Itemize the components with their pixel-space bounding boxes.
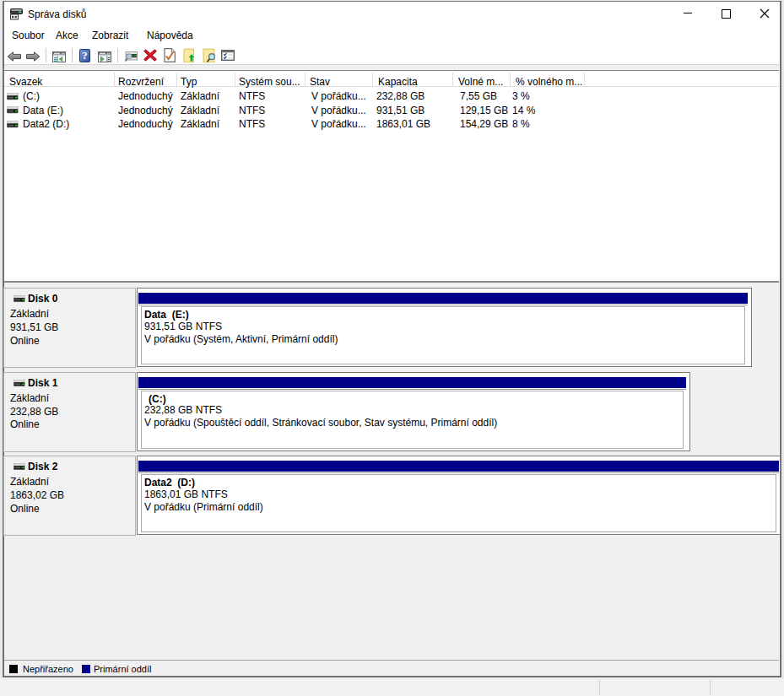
svg-text:?: ? [82,49,88,62]
